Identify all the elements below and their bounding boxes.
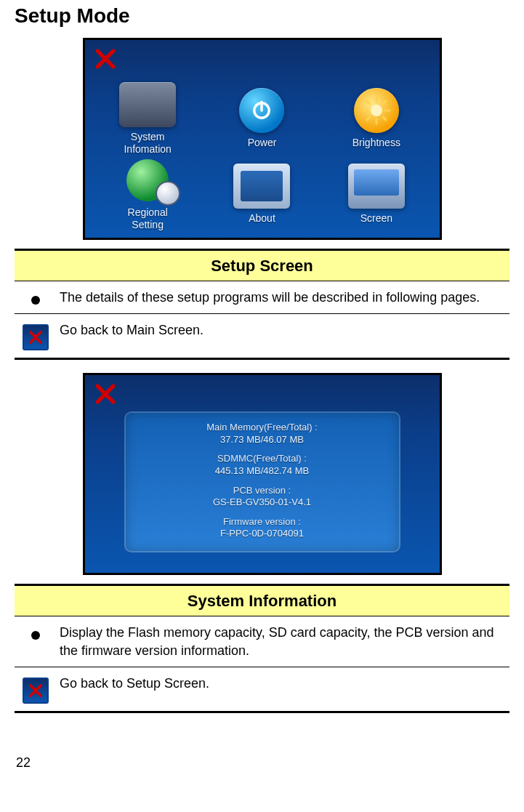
menu-label: Screen	[360, 212, 392, 224]
section-setup-screen: Setup Screen The details of these setup …	[15, 249, 509, 360]
svg-line-9	[367, 101, 370, 104]
globe-clock-icon	[119, 158, 176, 203]
table-row: Go back to Setup Screen.	[15, 667, 509, 711]
info-panel: Main Memory(Free/Total) : 37.73 MB/46.07…	[124, 411, 400, 552]
divider	[15, 711, 509, 713]
svg-line-12	[367, 117, 370, 120]
menu-brightness[interactable]: Brightness	[321, 82, 432, 155]
menu-label: System Infomation	[124, 131, 171, 154]
divider	[15, 358, 509, 360]
table-row: Display the Flash memory capacity, SD ca…	[15, 616, 509, 667]
menu-label: About	[249, 212, 275, 224]
menu-screen[interactable]: Screen	[321, 158, 432, 230]
screen-icon	[348, 164, 405, 209]
svg-line-10	[383, 117, 386, 120]
info-label: Main Memory(Free/Total) :	[137, 422, 387, 433]
setup-screen-image: System Infomation Power Brightness R	[15, 38, 509, 243]
svg-point-4	[371, 105, 382, 116]
close-icon[interactable]	[92, 46, 118, 72]
info-value: 445.13 MB/482.74 MB	[137, 465, 387, 477]
sysinfo-screen-image: Main Memory(Free/Total) : 37.73 MB/46.07…	[15, 373, 509, 578]
info-label: PCB version :	[137, 485, 387, 497]
sun-icon	[354, 88, 399, 133]
menu-system-information[interactable]: System Infomation	[92, 82, 203, 155]
info-value: 37.73 MB/46.07 MB	[137, 434, 387, 446]
info-value: F-PPC-0D-0704091	[137, 528, 387, 539]
row-text: Display the Flash memory capacity, SD ca…	[54, 624, 505, 659]
section-header: System Information	[15, 586, 509, 616]
close-icon	[23, 324, 49, 350]
menu-regional-setting[interactable]: Regional Setting	[92, 158, 203, 230]
close-icon	[23, 678, 49, 704]
info-label: Firmware version :	[137, 516, 387, 528]
device-icon	[119, 82, 176, 127]
menu-about[interactable]: About	[206, 158, 318, 230]
row-text: Go back to Main Screen.	[54, 321, 505, 339]
section-system-information: System Information Display the Flash mem…	[15, 584, 509, 713]
menu-label: Brightness	[352, 137, 400, 148]
info-label: SDMMC(Free/Total) :	[137, 453, 387, 465]
svg-line-11	[383, 101, 386, 104]
power-icon	[239, 88, 284, 133]
row-text: The details of these setup programs will…	[54, 289, 505, 306]
section-header: Setup Screen	[15, 251, 509, 281]
menu-label: Power	[248, 137, 277, 148]
page-title: Setup Mode	[15, 4, 509, 28]
close-icon[interactable]	[92, 381, 118, 407]
bullet-icon	[31, 631, 40, 640]
menu-label: Regional Setting	[128, 206, 168, 230]
row-text: Go back to Setup Screen.	[54, 675, 505, 692]
page-number: 22	[16, 755, 509, 771]
table-row: The details of these setup programs will…	[15, 281, 509, 313]
bullet-icon	[31, 296, 40, 305]
menu-power[interactable]: Power	[206, 82, 318, 155]
info-value: GS-EB-GV350-01-V4.1	[137, 497, 387, 508]
book-icon	[233, 164, 290, 209]
table-row: Go back to Main Screen.	[15, 314, 509, 358]
